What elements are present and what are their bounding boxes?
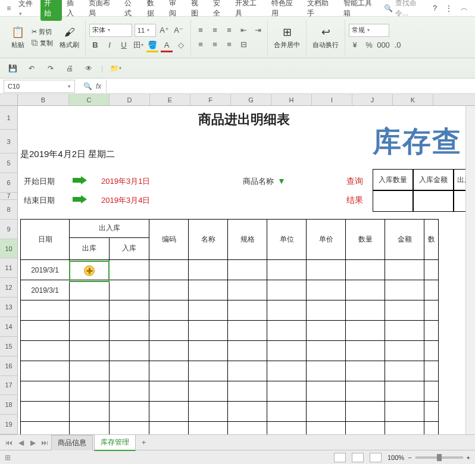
percent-button[interactable]: % (363, 39, 375, 51)
col-header-H[interactable]: H (271, 94, 312, 105)
table-cell[interactable] (189, 422, 228, 435)
row-header-13[interactable]: 13 (0, 298, 18, 317)
table-cell[interactable] (228, 402, 267, 422)
table-cell[interactable] (424, 300, 439, 321)
table-cell[interactable] (346, 402, 385, 422)
col-header-D[interactable]: D (110, 94, 150, 105)
underline-button[interactable]: U (118, 39, 130, 51)
row-header-17[interactable]: 17 (0, 376, 18, 396)
zoom-sheet-icon[interactable]: 🔍 (83, 82, 92, 90)
table-cell[interactable] (385, 321, 424, 341)
menu-file[interactable]: 文件▾ (15, 0, 39, 20)
table-cell[interactable] (228, 341, 267, 361)
fx-icon[interactable]: fx (96, 82, 101, 90)
vertical-scrollbar[interactable] (465, 106, 475, 434)
table-cell[interactable] (70, 381, 110, 402)
select-all-corner[interactable] (0, 94, 18, 105)
table-cell[interactable] (149, 341, 189, 361)
decrease-decimal-button[interactable]: .0 (392, 39, 404, 51)
row-header-9[interactable]: 9 (0, 220, 18, 239)
table-cell[interactable] (21, 341, 70, 361)
copy-button[interactable]: ⿻复制 (30, 38, 55, 48)
table-cell[interactable] (110, 300, 149, 321)
menu-help-icon[interactable]: ? (429, 2, 440, 15)
table-cell[interactable] (189, 260, 228, 280)
row-header-8[interactable]: 8 (0, 200, 18, 220)
table-cell[interactable] (110, 361, 149, 381)
row-header-12[interactable]: 12 (0, 278, 18, 298)
table-cell[interactable] (149, 402, 189, 422)
table-cell[interactable] (70, 300, 110, 321)
menu-tab-dochelper[interactable]: 文档助手 (304, 0, 338, 21)
table-cell[interactable] (424, 361, 439, 381)
table-cell[interactable] (385, 280, 424, 300)
menu-tab-formula[interactable]: 公式 (121, 0, 142, 21)
col-header-G[interactable]: G (231, 94, 271, 105)
table-cell[interactable] (21, 300, 70, 321)
table-cell[interactable] (70, 422, 110, 435)
col-header-E[interactable]: E (150, 94, 190, 105)
clear-format-button[interactable]: ◇ (175, 39, 187, 51)
inbound-qty-cell[interactable] (373, 190, 413, 212)
table-cell[interactable] (267, 280, 307, 300)
table-cell[interactable] (267, 260, 307, 280)
col-header-C[interactable]: C (69, 94, 110, 105)
table-cell[interactable] (385, 361, 424, 381)
table-cell[interactable] (70, 402, 110, 422)
table-cell[interactable] (70, 280, 110, 300)
table-cell[interactable] (307, 341, 346, 361)
table-cell[interactable] (267, 300, 307, 321)
row-header-1[interactable]: 1 (0, 106, 18, 130)
query-label[interactable]: 查询 (346, 176, 363, 187)
table-cell[interactable] (149, 300, 189, 321)
formula-input[interactable] (106, 80, 475, 93)
table-cell[interactable] (424, 422, 439, 435)
table-cell[interactable] (267, 381, 307, 402)
merge-split-button[interactable]: ⊟ (238, 39, 249, 51)
tab-nav-next-icon[interactable]: ▶ (27, 439, 38, 447)
align-right-button[interactable]: ≡ (223, 39, 235, 51)
table-cell[interactable] (110, 321, 149, 341)
table-cell[interactable] (149, 381, 189, 402)
table-cell[interactable] (70, 321, 110, 341)
table-cell[interactable] (307, 402, 346, 422)
table-cell[interactable] (346, 321, 385, 341)
tab-nav-prev-icon[interactable]: ◀ (15, 439, 26, 447)
currency-button[interactable]: ¥ (349, 39, 361, 51)
table-cell[interactable] (307, 321, 346, 341)
zoom-out-button[interactable]: − (408, 454, 411, 461)
app-menu-icon[interactable]: ≡ (4, 3, 14, 14)
table-cell[interactable] (267, 321, 307, 341)
row-header-11[interactable]: 11 (0, 258, 18, 278)
row-header-18[interactable]: 18 (0, 395, 18, 415)
table-cell[interactable] (346, 280, 385, 300)
table-cell[interactable] (110, 381, 149, 402)
table-cell[interactable] (385, 402, 424, 422)
align-middle-button[interactable]: ≡ (209, 24, 221, 36)
table-cell[interactable] (189, 341, 228, 361)
border-button[interactable]: 田▾ (132, 39, 144, 51)
row-header-3[interactable]: 3 (0, 130, 18, 154)
name-box-dropdown-icon[interactable]: ▾ (68, 83, 71, 89)
table-cell[interactable] (189, 321, 228, 341)
table-cell[interactable] (346, 260, 385, 280)
tab-nav-last-icon[interactable]: ⏭ (39, 439, 50, 447)
table-cell[interactable] (110, 341, 149, 361)
qa-print-icon[interactable]: 🖨 (63, 62, 76, 75)
table-cell[interactable] (424, 381, 439, 402)
row-header-15[interactable]: 15 (0, 337, 18, 356)
table-cell[interactable] (21, 402, 70, 422)
table-cell[interactable] (346, 361, 385, 381)
table-cell[interactable] (424, 341, 439, 361)
command-search[interactable]: 🔍 查找命令... (384, 0, 429, 18)
paste-button[interactable]: 📋 粘贴 (8, 24, 27, 51)
row-header-10[interactable]: 10 (0, 239, 18, 259)
row-header-6[interactable]: 6 (0, 173, 18, 193)
decrease-indent-button[interactable]: ⇤ (238, 24, 249, 36)
table-cell[interactable] (267, 422, 307, 435)
col-header-K[interactable]: K (393, 94, 433, 105)
inbound-amt-cell[interactable] (413, 190, 454, 212)
table-cell[interactable] (228, 422, 267, 435)
table-cell[interactable] (110, 260, 149, 280)
row-header-5[interactable]: 5 (0, 154, 18, 173)
